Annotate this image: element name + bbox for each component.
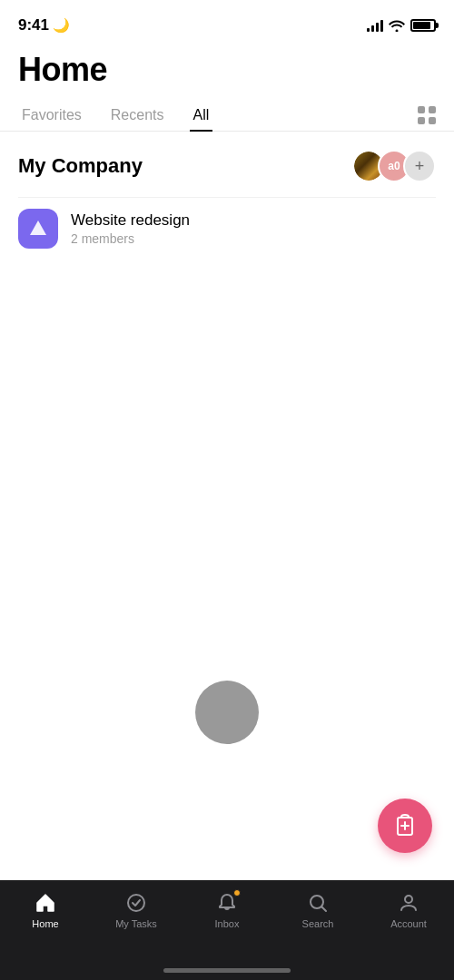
project-icon (18, 209, 58, 249)
nav-inbox-label: Inbox (215, 918, 240, 929)
create-task-fab[interactable] (378, 799, 432, 853)
loading-indicator (195, 681, 259, 744)
nav-account[interactable]: Account (363, 891, 454, 929)
project-info: Website redesign 2 members (71, 211, 190, 246)
my-tasks-icon (124, 891, 148, 915)
tabs-bar: Favorites Recents All (0, 89, 454, 132)
my-company-section: My Company a0 + Website redesign 2 (0, 132, 454, 260)
page-title-section: Home (0, 44, 454, 89)
nav-home[interactable]: Home (0, 891, 91, 929)
page-title: Home (18, 51, 436, 89)
tab-all[interactable]: All (190, 100, 213, 131)
svg-point-5 (405, 896, 412, 903)
section-title: My Company (18, 154, 143, 178)
avatar-group: a0 + (352, 150, 436, 182)
inbox-icon (215, 891, 239, 915)
nav-search[interactable]: Search (272, 891, 363, 929)
search-icon (306, 891, 330, 915)
inbox-badge (233, 889, 241, 897)
nav-inbox[interactable]: Inbox (182, 891, 272, 929)
status-bar: 9:41🌙 (0, 0, 454, 44)
avatar-plus[interactable]: + (403, 150, 436, 182)
svg-point-3 (128, 895, 144, 911)
status-time: 9:41🌙 (18, 16, 70, 34)
battery-icon (410, 19, 436, 32)
tab-recents[interactable]: Recents (107, 100, 168, 131)
home-indicator (163, 968, 291, 973)
tab-favorites[interactable]: Favorites (18, 100, 85, 131)
section-header: My Company a0 + (18, 150, 436, 182)
nav-search-label: Search (302, 918, 334, 929)
nav-home-label: Home (32, 918, 58, 929)
project-item-website-redesign[interactable]: Website redesign 2 members (18, 197, 436, 260)
signal-icon (367, 19, 383, 32)
wifi-icon (389, 19, 405, 32)
project-members: 2 members (71, 231, 190, 246)
nav-account-label: Account (390, 918, 427, 929)
home-icon (34, 891, 57, 915)
project-name: Website redesign (71, 211, 190, 230)
status-icons (367, 19, 436, 32)
account-icon (397, 891, 420, 915)
grid-view-button[interactable] (418, 106, 436, 124)
nav-my-tasks-label: My Tasks (115, 918, 157, 929)
bottom-nav: Home My Tasks Inbox Search (0, 880, 454, 980)
nav-my-tasks[interactable]: My Tasks (91, 891, 182, 929)
